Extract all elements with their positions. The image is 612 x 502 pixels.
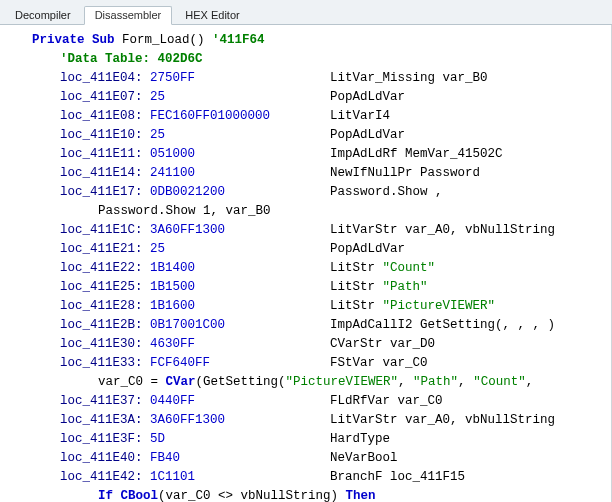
- tab-decompiler[interactable]: Decompiler: [4, 6, 82, 24]
- asm-address: loc_411E40:: [60, 449, 143, 468]
- asm-address: loc_411E30:: [60, 335, 143, 354]
- asm-row: loc_411E07: 25PopAdLdVar: [18, 88, 609, 107]
- asm-bytes: 2750FF: [150, 69, 330, 88]
- asm-address: loc_411E1C:: [60, 221, 143, 240]
- asm-mnemonic: ImpAdCallI2 GetSetting(, , , ): [330, 316, 555, 335]
- asm-row: loc_411E08: FEC160FF01000000LitVarI4: [18, 107, 609, 126]
- asm-bytes: 1B1500: [150, 278, 330, 297]
- disassembly-code[interactable]: Private Sub Form_Load() '411F64'Data Tab…: [0, 25, 612, 502]
- asm-address: loc_411E14:: [60, 164, 143, 183]
- source-line: If CBool(var_C0 <> vbNullString) Then: [18, 487, 609, 502]
- asm-mnemonic: LitStr "PictureVIEWER": [330, 297, 495, 316]
- sub-header: Private Sub Form_Load() '411F64: [18, 31, 609, 50]
- asm-mnemonic: CVarStr var_D0: [330, 335, 435, 354]
- tab-disassembler[interactable]: Disassembler: [84, 6, 173, 25]
- asm-address: loc_411E37:: [60, 392, 143, 411]
- asm-address: loc_411E33:: [60, 354, 143, 373]
- asm-mnemonic: LitStr "Count": [330, 259, 435, 278]
- asm-address: loc_411E25:: [60, 278, 143, 297]
- asm-row: loc_411E3F: 5DHardType: [18, 430, 609, 449]
- asm-address: loc_411E22:: [60, 259, 143, 278]
- asm-row: loc_411E30: 4630FFCVarStr var_D0: [18, 335, 609, 354]
- asm-bytes: 241100: [150, 164, 330, 183]
- asm-row: loc_411E10: 25PopAdLdVar: [18, 126, 609, 145]
- asm-address: loc_411E21:: [60, 240, 143, 259]
- asm-bytes: 3A60FF1300: [150, 221, 330, 240]
- asm-mnemonic: PopAdLdVar: [330, 240, 405, 259]
- asm-address: loc_411E07:: [60, 88, 143, 107]
- asm-bytes: 1B1400: [150, 259, 330, 278]
- asm-row: loc_411E22: 1B1400LitStr "Count": [18, 259, 609, 278]
- asm-bytes: 4630FF: [150, 335, 330, 354]
- asm-bytes: 25: [150, 240, 330, 259]
- asm-row: loc_411E33: FCF640FFFStVar var_C0: [18, 354, 609, 373]
- asm-mnemonic: BranchF loc_411F15: [330, 468, 465, 487]
- asm-row: loc_411E11: 051000ImpAdLdRf MemVar_41502…: [18, 145, 609, 164]
- asm-mnemonic: HardType: [330, 430, 390, 449]
- asm-row: loc_411E42: 1C1101BranchF loc_411F15: [18, 468, 609, 487]
- asm-bytes: 25: [150, 88, 330, 107]
- asm-address: loc_411E42:: [60, 468, 143, 487]
- asm-bytes: 5D: [150, 430, 330, 449]
- asm-address: loc_411E11:: [60, 145, 143, 164]
- asm-mnemonic: LitVarStr var_A0, vbNullString: [330, 411, 555, 430]
- tab-hex[interactable]: HEX Editor: [174, 6, 250, 24]
- asm-address: loc_411E04:: [60, 69, 143, 88]
- asm-row: loc_411E28: 1B1600LitStr "PictureVIEWER": [18, 297, 609, 316]
- asm-mnemonic: LitVar_Missing var_B0: [330, 69, 488, 88]
- asm-address: loc_411E10:: [60, 126, 143, 145]
- asm-bytes: 051000: [150, 145, 330, 164]
- asm-row: loc_411E2B: 0B17001C00ImpAdCallI2 GetSet…: [18, 316, 609, 335]
- asm-address: loc_411E3F:: [60, 430, 143, 449]
- asm-row: loc_411E3A: 3A60FF1300LitVarStr var_A0, …: [18, 411, 609, 430]
- asm-row: loc_411E21: 25PopAdLdVar: [18, 240, 609, 259]
- asm-row: loc_411E25: 1B1500LitStr "Path": [18, 278, 609, 297]
- asm-mnemonic: PopAdLdVar: [330, 88, 405, 107]
- asm-bytes: FEC160FF01000000: [150, 107, 330, 126]
- asm-mnemonic: FLdRfVar var_C0: [330, 392, 443, 411]
- source-line: Password.Show 1, var_B0: [18, 202, 609, 221]
- asm-address: loc_411E28:: [60, 297, 143, 316]
- asm-mnemonic: PopAdLdVar: [330, 126, 405, 145]
- asm-bytes: 0DB0021200: [150, 183, 330, 202]
- asm-bytes: 3A60FF1300: [150, 411, 330, 430]
- asm-address: loc_411E17:: [60, 183, 143, 202]
- data-table-comment: 'Data Table: 402D6C: [18, 50, 609, 69]
- asm-mnemonic: NewIfNullPr Password: [330, 164, 480, 183]
- asm-bytes: 0440FF: [150, 392, 330, 411]
- asm-address: loc_411E2B:: [60, 316, 143, 335]
- view-tabs: Decompiler Disassembler HEX Editor: [0, 0, 612, 25]
- asm-bytes: 1C1101: [150, 468, 330, 487]
- asm-row: loc_411E37: 0440FFFLdRfVar var_C0: [18, 392, 609, 411]
- asm-mnemonic: LitVarI4: [330, 107, 390, 126]
- asm-bytes: 1B1600: [150, 297, 330, 316]
- asm-bytes: 25: [150, 126, 330, 145]
- asm-mnemonic: NeVarBool: [330, 449, 398, 468]
- asm-row: loc_411E17: 0DB0021200Password.Show ,: [18, 183, 609, 202]
- asm-mnemonic: Password.Show ,: [330, 183, 443, 202]
- asm-bytes: FCF640FF: [150, 354, 330, 373]
- asm-mnemonic: LitStr "Path": [330, 278, 428, 297]
- asm-bytes: FB40: [150, 449, 330, 468]
- asm-address: loc_411E3A:: [60, 411, 143, 430]
- asm-row: loc_411E1C: 3A60FF1300LitVarStr var_A0, …: [18, 221, 609, 240]
- asm-mnemonic: FStVar var_C0: [330, 354, 428, 373]
- asm-bytes: 0B17001C00: [150, 316, 330, 335]
- asm-row: loc_411E40: FB40NeVarBool: [18, 449, 609, 468]
- asm-mnemonic: LitVarStr var_A0, vbNullString: [330, 221, 555, 240]
- asm-mnemonic: ImpAdLdRf MemVar_41502C: [330, 145, 503, 164]
- source-line: var_C0 = CVar(GetSetting("PictureVIEWER"…: [18, 373, 609, 392]
- asm-row: loc_411E14: 241100NewIfNullPr Password: [18, 164, 609, 183]
- asm-row: loc_411E04: 2750FFLitVar_Missing var_B0: [18, 69, 609, 88]
- asm-address: loc_411E08:: [60, 107, 143, 126]
